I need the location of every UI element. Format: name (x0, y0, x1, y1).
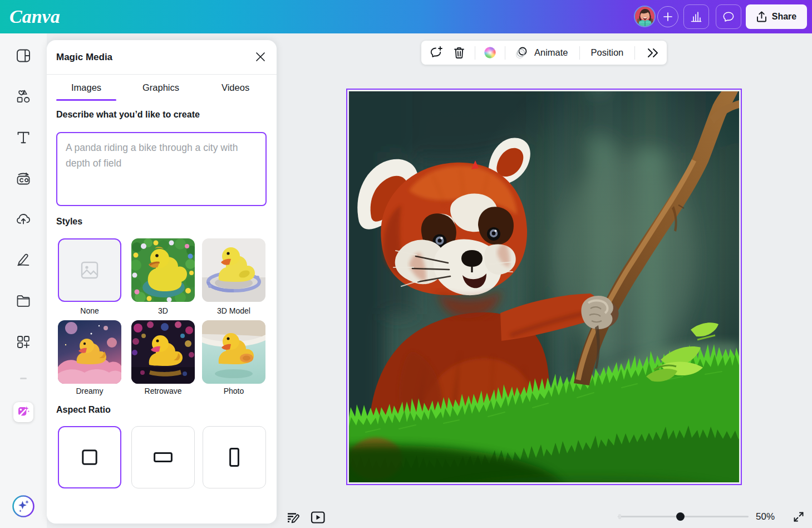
svg-text:Canva: Canva (9, 6, 60, 27)
